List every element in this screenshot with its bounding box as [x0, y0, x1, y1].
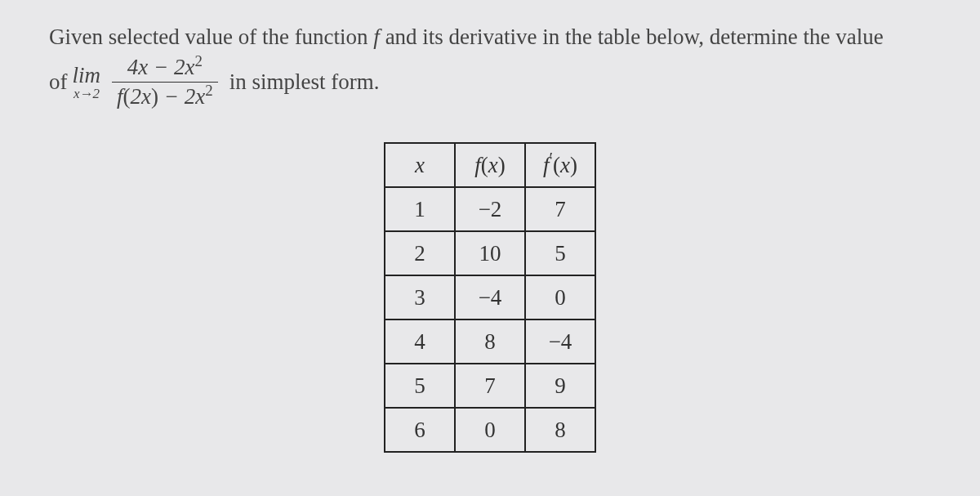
header-x: x [385, 143, 455, 187]
cell-x: 4 [385, 319, 455, 364]
table-row: 4 8 −4 [385, 319, 595, 364]
cell-fpx: 5 [525, 231, 595, 275]
den-f: f [117, 84, 123, 109]
cell-x: 3 [385, 275, 455, 319]
table-row: 3 −4 0 [385, 275, 595, 319]
table-row: 1 −2 7 [385, 187, 595, 231]
fpx-close: ) [570, 153, 577, 177]
cell-fpx: 0 [525, 275, 595, 319]
cell-x: 1 [385, 187, 455, 231]
cell-x: 2 [385, 231, 455, 275]
cell-fx: 10 [455, 231, 525, 275]
denominator: f(2x) − 2x2 [112, 82, 218, 109]
lim-approach: x→2 [74, 87, 100, 101]
table-row: 6 0 8 [385, 408, 595, 452]
cell-fx: 7 [455, 364, 525, 408]
table-row: 5 7 9 [385, 364, 595, 408]
cell-fpx: 7 [525, 187, 595, 231]
den-exp: 2 [205, 82, 212, 99]
fpx-f: f [543, 153, 550, 177]
cell-fx: 8 [455, 319, 525, 364]
cell-fx: −2 [455, 187, 525, 231]
cell-fpx: −4 [525, 319, 595, 364]
den-arg: 2x [131, 84, 151, 109]
symbol-f: f [373, 25, 380, 49]
cell-fpx: 8 [525, 408, 595, 452]
cell-x: 6 [385, 408, 455, 452]
table-row: 2 10 5 [385, 231, 595, 275]
function-table: x f(x) f′(x) 1 −2 7 2 10 5 3 −4 0 4 [384, 142, 596, 453]
problem-line1: Given selected value of the function f a… [49, 20, 931, 55]
lim-label: lim [73, 65, 101, 87]
numerator-base: 4x − 2x [127, 55, 195, 79]
cell-fpx: 9 [525, 364, 595, 408]
text-suffix: and its derivative in the table below, d… [380, 25, 884, 49]
fpx-open: ( [553, 153, 560, 177]
limit-notation: lim x→2 [73, 65, 101, 101]
den-mid: − 2x [158, 84, 205, 109]
numerator: 4x − 2x2 [122, 55, 207, 82]
den-open: ( [123, 84, 131, 109]
text-simplest: in simplest form. [229, 65, 380, 100]
numerator-exp: 2 [194, 52, 202, 69]
cell-fx: 0 [455, 408, 525, 452]
cell-x: 5 [385, 364, 455, 408]
fx-open: ( [481, 153, 488, 177]
fpx-var: x [560, 153, 570, 177]
fx-var: x [488, 153, 498, 177]
fx-close: ) [498, 153, 506, 177]
table-body: 1 −2 7 2 10 5 3 −4 0 4 8 −4 5 7 [385, 187, 595, 452]
text-prefix: Given selected value of the function [49, 25, 373, 49]
table-header-row: x f(x) f′(x) [385, 143, 595, 187]
problem-line2: of lim x→2 4x − 2x2 f(2x) − 2x2 in simpl… [49, 55, 931, 109]
table-container: x f(x) f′(x) 1 −2 7 2 10 5 3 −4 0 4 [49, 142, 931, 453]
fx-f: f [474, 153, 481, 177]
den-close: ) [151, 84, 158, 109]
header-fx: f(x) [455, 143, 525, 187]
header-fpx: f′(x) [525, 143, 595, 187]
limit-fraction: 4x − 2x2 f(2x) − 2x2 [112, 55, 218, 109]
problem-statement: Given selected value of the function f a… [49, 20, 931, 109]
cell-fx: −4 [455, 275, 525, 319]
text-of: of [49, 65, 68, 100]
